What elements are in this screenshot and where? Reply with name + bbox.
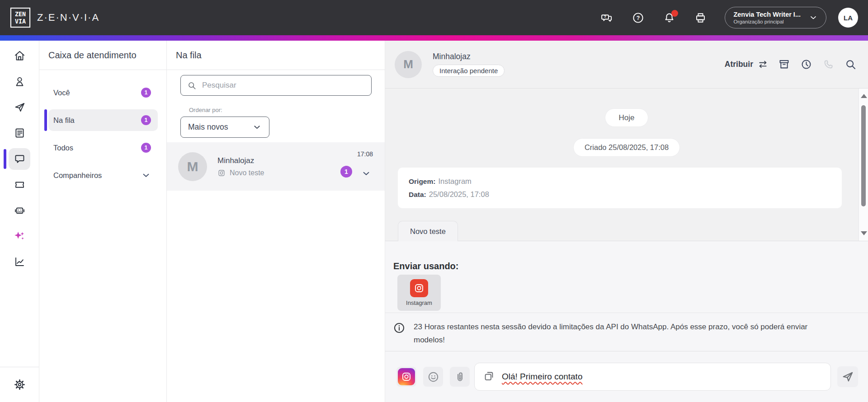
contacts-icon — [14, 75, 26, 88]
nav-chats[interactable] — [0, 146, 39, 172]
rail-bottom — [0, 367, 39, 402]
instagram-icon — [217, 169, 226, 177]
channel-toggle-instagram[interactable] — [396, 367, 416, 387]
paper-plane-icon — [14, 101, 26, 113]
org-texts: Zenvia Tech Writer I... Organização prin… — [733, 10, 801, 25]
sparkles-icon — [14, 230, 26, 242]
scroll-up-arrow[interactable] — [861, 94, 867, 98]
inbox-item-na-fila[interactable]: Na fila 1 — [48, 109, 158, 131]
assign-label: Atribuir — [725, 60, 753, 69]
brand-gradient-bar — [0, 35, 868, 41]
info-icon — [393, 322, 406, 334]
contact-name: Minhalojaz — [433, 52, 505, 61]
line-chart-icon — [14, 256, 26, 268]
session-notice-text: 23 Horas restantes nesta sessão devido a… — [414, 320, 834, 351]
conversation-tab[interactable]: Novo teste — [398, 221, 458, 241]
zenvia-logo-icon[interactable]: ZENVIA — [10, 7, 31, 28]
nav-settings[interactable] — [0, 367, 39, 402]
inbox-item-label: Você — [53, 89, 70, 97]
scroll-thumb[interactable] — [861, 105, 866, 206]
search-box[interactable] — [180, 75, 372, 96]
app-window: ZENVIA Z·E·N·V·I·A ? ? Zenvia Tech Write… — [0, 0, 868, 402]
nav-send[interactable] — [0, 94, 39, 120]
notifications-bell-icon[interactable] — [663, 12, 675, 24]
main-area: Caixa de atendimento Você 1 Na fila 1 To… — [0, 41, 868, 402]
unread-badge: 1 — [340, 166, 352, 178]
date-value: 25/08/2025, 17:08 — [429, 190, 489, 198]
archive-icon[interactable] — [778, 58, 790, 70]
printer-icon[interactable] — [694, 12, 707, 24]
chat-header-actions: Atribuir — [725, 58, 857, 70]
inbox-item-voce[interactable]: Você 1 — [48, 82, 158, 103]
inbox-title: Caixa de atendimento — [39, 41, 166, 70]
copy-pages-icon — [483, 370, 495, 382]
conversation-expand-chevron-icon[interactable] — [361, 168, 371, 178]
document-icon — [14, 127, 26, 139]
conversation-preview-text: Novo teste — [230, 169, 264, 177]
sort-value: Mais novos — [188, 122, 228, 132]
send-button[interactable] — [837, 366, 858, 387]
message-input[interactable]: Olá! Primeiro contato — [474, 363, 831, 391]
contact-block: Minhalojaz Interação pendente — [433, 52, 505, 77]
notification-dot — [671, 10, 678, 17]
origin-card: Origem:Instagram Data:25/08/2025, 17:08 — [398, 168, 842, 208]
send-using-section: Enviar usando: Instagram — [385, 241, 868, 313]
templates-button[interactable] — [483, 370, 495, 384]
chat-bubble-icon — [14, 153, 26, 165]
assign-button[interactable]: Atribuir — [725, 59, 768, 70]
topbar-actions: ? ? Zenvia Tech Writer I... Organização … — [582, 7, 858, 28]
emoji-button[interactable] — [423, 367, 443, 387]
inbox-item-todos[interactable]: Todos 1 — [48, 137, 158, 159]
org-name: Zenvia Tech Writer I... — [733, 10, 801, 19]
conversation-list-item[interactable]: M Minhalojaz Novo teste 17:08 1 — [167, 142, 385, 191]
phone-icon — [822, 58, 835, 70]
topbar: ZENVIA Z·E·N·V·I·A ? ? Zenvia Tech Write… — [0, 0, 868, 35]
help-icon[interactable]: ? — [632, 12, 644, 24]
count-badge: 1 — [141, 88, 151, 98]
nav-contacts[interactable] — [0, 69, 39, 94]
emoji-icon — [427, 371, 439, 383]
scroll-down-arrow[interactable] — [861, 231, 867, 235]
messages-scroll[interactable]: Hoje Criado 25/08/2025, 17:08 Origem:Ins… — [385, 89, 868, 241]
nav-tickets[interactable] — [0, 172, 39, 197]
brand-wordmark: Z·E·N·V·I·A — [37, 12, 99, 23]
contact-avatar: M — [395, 51, 422, 78]
conversation-name: Minhalojaz — [217, 156, 264, 165]
session-notice: 23 Horas restantes nesta sessão devido a… — [385, 313, 868, 351]
status-badge: Interação pendente — [433, 65, 505, 77]
queue-panel: Na fila Ordenar por: Mais novos M Minhal… — [167, 41, 385, 402]
svg-text:?: ? — [604, 14, 606, 19]
nav-posts[interactable] — [0, 120, 39, 146]
support-chat-icon[interactable]: ? — [601, 12, 613, 24]
history-clock-icon[interactable] — [800, 58, 812, 70]
message-draft-text: Olá! Primeiro contato — [502, 372, 582, 382]
nav-reports[interactable] — [0, 249, 39, 275]
user-avatar[interactable]: LA — [838, 8, 858, 28]
inbox-item-label: Companheiros — [53, 171, 102, 180]
inbox-item-companheiros[interactable]: Companheiros — [48, 164, 158, 186]
sort-select[interactable]: Mais novos — [180, 117, 269, 138]
nav-ai-assistant[interactable] — [0, 223, 39, 249]
paperclip-icon — [454, 371, 466, 383]
channel-label: Instagram — [406, 299, 432, 306]
search-icon — [187, 81, 197, 90]
message-area: Hoje Criado 25/08/2025, 17:08 Origem:Ins… — [385, 89, 868, 241]
queue-title: Na fila — [167, 41, 385, 70]
channel-instagram-tile[interactable]: Instagram — [397, 275, 441, 311]
org-selector[interactable]: Zenvia Tech Writer I... Organização prin… — [725, 7, 826, 28]
origin-label: Origem: — [409, 178, 435, 185]
search-conversation-icon[interactable] — [844, 58, 857, 70]
inbox-panel: Caixa de atendimento Você 1 Na fila 1 To… — [39, 41, 167, 402]
search-input[interactable] — [202, 81, 365, 90]
nav-home[interactable] — [0, 43, 39, 69]
queue-controls: Ordenar por: Mais novos — [167, 70, 385, 138]
conversation-avatar: M — [178, 152, 207, 181]
date-label: Data: — [409, 191, 426, 198]
transfer-icon — [758, 59, 768, 70]
count-badge: 1 — [141, 143, 151, 153]
attachment-button[interactable] — [450, 367, 470, 387]
chat-header: M Minhalojaz Interação pendente Atribuir — [385, 41, 868, 89]
nav-bot[interactable] — [0, 197, 39, 223]
robot-icon — [14, 204, 26, 216]
scrollbar[interactable] — [859, 89, 868, 241]
